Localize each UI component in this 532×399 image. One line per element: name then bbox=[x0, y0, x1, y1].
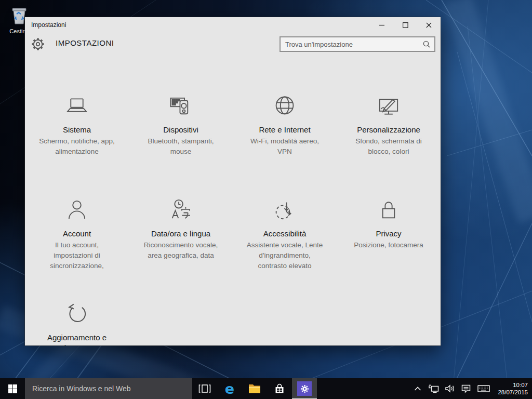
accessibility-icon bbox=[272, 198, 298, 224]
tile-title: Accessibilità bbox=[263, 229, 307, 239]
tray-chevron-button[interactable] bbox=[409, 378, 425, 399]
network-icon bbox=[428, 383, 440, 394]
tile-desc: Sfondo, schermata di blocco, colori bbox=[355, 136, 422, 157]
settings-window: Impostazioni bbox=[25, 17, 441, 345]
tile-accessibilita[interactable]: Accessibilità Assistente vocale, Lente d… bbox=[233, 198, 337, 271]
tile-desc: Schermo, notifiche, app, alimentazione bbox=[39, 136, 115, 157]
close-icon bbox=[426, 22, 432, 28]
tile-data-ora-lingua[interactable]: Data/ora e lingua Riconoscimento vocale,… bbox=[129, 198, 233, 271]
search-icon bbox=[423, 41, 430, 48]
network-button[interactable] bbox=[425, 378, 442, 399]
windows-logo-icon bbox=[8, 384, 17, 393]
file-explorer-button[interactable] bbox=[242, 378, 267, 399]
tile-title: Personalizzazione bbox=[357, 125, 420, 135]
minimize-button[interactable] bbox=[370, 17, 394, 33]
store-icon bbox=[273, 382, 286, 395]
volume-button[interactable] bbox=[442, 378, 458, 399]
tile-title: Privacy bbox=[376, 229, 401, 239]
user-icon bbox=[64, 198, 90, 224]
action-center-icon bbox=[461, 383, 471, 394]
tile-aggiornamento-sicurezza[interactable]: Aggiornamento e sicurezza bbox=[25, 302, 129, 345]
keyboard-icon bbox=[477, 384, 490, 393]
settings-search-box[interactable] bbox=[280, 36, 435, 52]
clock-date: 28/07/2015 bbox=[498, 389, 528, 396]
taskbar-clock[interactable]: 10:07 28/07/2015 bbox=[494, 378, 532, 399]
task-view-icon bbox=[198, 383, 211, 394]
tile-desc: Posizione, fotocamera bbox=[354, 240, 423, 250]
file-explorer-icon bbox=[248, 383, 261, 394]
tile-desc: Riconoscimento vocale, area geografica, … bbox=[144, 240, 218, 261]
maximize-button[interactable] bbox=[394, 17, 417, 33]
window-title: Impostazioni bbox=[31, 17, 66, 33]
settings-gear-icon bbox=[31, 37, 45, 51]
desktop: Cestino Impostazioni bbox=[0, 0, 532, 399]
refresh-icon bbox=[64, 302, 90, 328]
settings-header: IMPOSTAZIONI bbox=[25, 33, 441, 57]
tile-account[interactable]: Account Il tuo account, impostazioni di … bbox=[25, 198, 129, 271]
settings-app-tile bbox=[297, 381, 312, 396]
settings-app-button[interactable] bbox=[292, 378, 317, 399]
taskbar-search-input[interactable] bbox=[25, 384, 192, 393]
edge-button[interactable]: e bbox=[217, 378, 242, 399]
personalization-icon bbox=[376, 94, 402, 120]
lock-icon bbox=[376, 198, 402, 224]
store-button[interactable] bbox=[267, 378, 292, 399]
action-center-button[interactable] bbox=[458, 378, 474, 399]
tile-title: Rete e Internet bbox=[259, 125, 310, 135]
page-title: IMPOSTAZIONI bbox=[56, 38, 114, 47]
tile-sistema[interactable]: Sistema Schermo, notifiche, app, aliment… bbox=[25, 94, 129, 157]
tile-personalizzazione[interactable]: Personalizzazione Sfondo, schermata di b… bbox=[337, 94, 441, 157]
chevron-up-icon bbox=[414, 386, 422, 391]
tile-title: Aggiornamento e sicurezza bbox=[47, 332, 107, 345]
tile-title: Account bbox=[63, 229, 91, 239]
window-titlebar[interactable]: Impostazioni bbox=[25, 17, 441, 33]
tile-desc: Bluetooth, stampanti, mouse bbox=[148, 136, 214, 157]
laptop-icon bbox=[64, 94, 90, 120]
touch-keyboard-button[interactable] bbox=[474, 378, 494, 399]
close-button[interactable] bbox=[417, 17, 441, 33]
tile-title: Dispositivi bbox=[163, 125, 198, 135]
edge-icon: e bbox=[225, 382, 234, 396]
gear-icon bbox=[300, 384, 309, 393]
tile-desc: Il tuo account, impostazioni di sincroni… bbox=[50, 240, 104, 271]
tile-title: Data/ora e lingua bbox=[151, 229, 210, 239]
tile-title: Sistema bbox=[63, 125, 91, 135]
tile-privacy[interactable]: Privacy Posizione, fotocamera bbox=[337, 198, 441, 271]
clock-language-icon bbox=[168, 198, 194, 224]
tile-rete-internet[interactable]: Rete e Internet Wi-Fi, modalità aereo, V… bbox=[233, 94, 337, 157]
maximize-icon bbox=[403, 22, 408, 28]
task-view-button[interactable] bbox=[192, 378, 217, 399]
taskbar: e bbox=[0, 378, 532, 399]
tile-desc: Wi-Fi, modalità aereo, VPN bbox=[250, 136, 319, 157]
minimize-icon bbox=[379, 22, 385, 28]
volume-icon bbox=[444, 383, 456, 394]
settings-search-input[interactable] bbox=[281, 41, 423, 48]
taskbar-search-box[interactable] bbox=[25, 378, 192, 399]
globe-icon bbox=[272, 94, 298, 120]
start-button[interactable] bbox=[0, 378, 25, 399]
devices-icon bbox=[168, 94, 194, 120]
tile-desc: Assistente vocale, Lente d'ingrandimento… bbox=[247, 240, 323, 271]
clock-time: 10:07 bbox=[513, 381, 528, 389]
tile-dispositivi[interactable]: Dispositivi Bluetooth, stampanti, mouse bbox=[129, 94, 233, 157]
